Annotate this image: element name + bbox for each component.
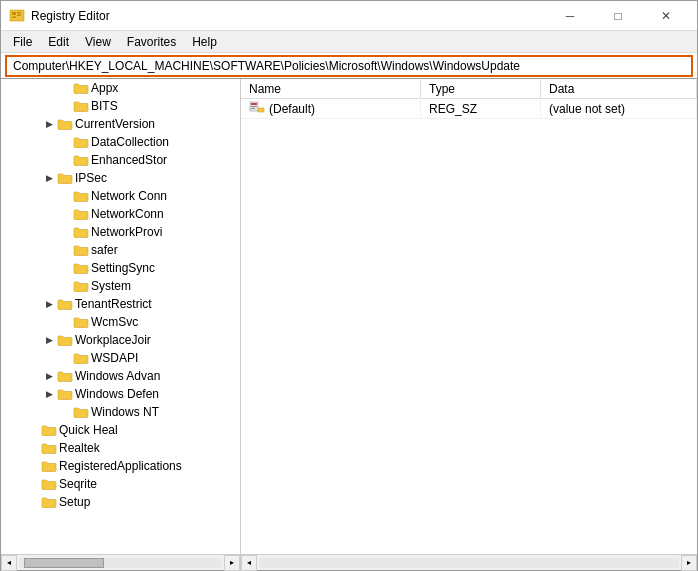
tree-item-label: Windows NT <box>91 405 159 419</box>
tree-item-label: Windows Advan <box>75 369 160 383</box>
folder-icon <box>57 368 73 384</box>
col-header-name: Name <box>241 80 421 98</box>
expand-icon[interactable] <box>25 422 41 438</box>
folder-icon <box>41 440 57 456</box>
tree-item[interactable]: safer <box>1 241 240 259</box>
col-header-data: Data <box>541 80 697 98</box>
expand-icon[interactable] <box>25 458 41 474</box>
tree-item-label: NetworkProvi <box>91 225 162 239</box>
tree-item[interactable]: ▶ Windows Defen <box>1 385 240 403</box>
expand-icon[interactable]: ▶ <box>41 368 57 384</box>
tree-item[interactable]: SettingSync <box>1 259 240 277</box>
menu-view[interactable]: View <box>77 33 119 51</box>
tree-item-label: RegisteredApplications <box>59 459 182 473</box>
scroll-left-button[interactable]: ◂ <box>1 555 17 571</box>
expand-icon[interactable]: ▶ <box>41 116 57 132</box>
scroll-right-button[interactable]: ▸ <box>224 555 240 571</box>
expand-icon[interactable]: ▶ <box>41 386 57 402</box>
expand-icon[interactable]: ▶ <box>41 332 57 348</box>
value-icon <box>249 100 265 117</box>
folder-icon <box>73 404 89 420</box>
menu-help[interactable]: Help <box>184 33 225 51</box>
folder-icon <box>73 98 89 114</box>
folder-icon <box>57 332 73 348</box>
tree-item[interactable]: Windows NT <box>1 403 240 421</box>
tree-item[interactable]: Realtek <box>1 439 240 457</box>
expand-icon[interactable] <box>57 260 73 276</box>
folder-icon <box>41 422 57 438</box>
tree-item[interactable]: RegisteredApplications <box>1 457 240 475</box>
expand-icon[interactable] <box>57 188 73 204</box>
expand-icon[interactable] <box>57 134 73 150</box>
tree-item[interactable]: ▶ WorkplaceJoir <box>1 331 240 349</box>
menu-edit[interactable]: Edit <box>40 33 77 51</box>
tree-item[interactable]: BITS <box>1 97 240 115</box>
tree-item[interactable]: ▶ CurrentVersion <box>1 115 240 133</box>
tree-item-label: Quick Heal <box>59 423 118 437</box>
expand-icon[interactable] <box>57 152 73 168</box>
expand-icon[interactable]: ▶ <box>41 170 57 186</box>
close-button[interactable]: ✕ <box>643 2 689 30</box>
tree-item[interactable]: Setup <box>1 493 240 511</box>
table-row[interactable]: (Default)REG_SZ(value not set) <box>241 99 697 119</box>
scroll-left2-button[interactable]: ◂ <box>241 555 257 571</box>
left-hscroll-track[interactable] <box>19 558 222 568</box>
folder-icon <box>73 242 89 258</box>
tree-item[interactable]: Seqrite <box>1 475 240 493</box>
maximize-button[interactable]: □ <box>595 2 641 30</box>
expand-icon[interactable] <box>57 242 73 258</box>
tree-item[interactable]: EnhancedStor <box>1 151 240 169</box>
col-header-type: Type <box>421 80 541 98</box>
expand-icon[interactable] <box>25 476 41 492</box>
tree-item[interactable]: WcmSvc <box>1 313 240 331</box>
tree-item[interactable]: Appx <box>1 79 240 97</box>
expand-icon[interactable] <box>57 224 73 240</box>
app-icon <box>9 8 25 24</box>
cell-type: REG_SZ <box>421 100 541 118</box>
right-hscroll-track[interactable] <box>259 558 679 568</box>
folder-icon <box>73 260 89 276</box>
tree-item[interactable]: ▶ IPSec <box>1 169 240 187</box>
tree-pane[interactable]: Appx BITS▶ CurrentVersion DataCollection… <box>1 79 241 554</box>
tree-item[interactable]: System <box>1 277 240 295</box>
expand-icon[interactable]: ▶ <box>41 296 57 312</box>
minimize-button[interactable]: ─ <box>547 2 593 30</box>
scrollbar-area: ◂ ▸ ◂ ▸ <box>1 554 697 570</box>
expand-icon[interactable] <box>25 494 41 510</box>
expand-icon[interactable] <box>57 206 73 222</box>
tree-item[interactable]: ▶ Windows Advan <box>1 367 240 385</box>
svg-rect-9 <box>258 108 264 112</box>
tree-item-label: Realtek <box>59 441 100 455</box>
tree-item-label: CurrentVersion <box>75 117 155 131</box>
svg-rect-1 <box>12 12 16 15</box>
right-scroll-area: ◂ ▸ <box>241 555 697 571</box>
expand-icon[interactable] <box>57 278 73 294</box>
tree-item[interactable]: WSDAPI <box>1 349 240 367</box>
address-input[interactable] <box>5 55 693 77</box>
menu-file[interactable]: File <box>5 33 40 51</box>
tree-item[interactable]: NetworkConn <box>1 205 240 223</box>
expand-icon[interactable] <box>57 314 73 330</box>
folder-icon <box>73 152 89 168</box>
tree-item[interactable]: Quick Heal <box>1 421 240 439</box>
window-title: Registry Editor <box>31 9 110 23</box>
tree-item-label: Network Conn <box>91 189 167 203</box>
expand-icon[interactable] <box>57 98 73 114</box>
detail-pane: Name Type Data (Default)REG_SZ(value not… <box>241 79 697 554</box>
tree-item[interactable]: DataCollection <box>1 133 240 151</box>
value-name: (Default) <box>269 102 315 116</box>
tree-item[interactable]: Network Conn <box>1 187 240 205</box>
tree-item[interactable]: NetworkProvi <box>1 223 240 241</box>
expand-icon[interactable] <box>57 350 73 366</box>
expand-icon[interactable] <box>57 404 73 420</box>
menu-favorites[interactable]: Favorites <box>119 33 184 51</box>
expand-icon[interactable] <box>25 440 41 456</box>
svg-rect-2 <box>17 12 21 14</box>
title-controls: ─ □ ✕ <box>547 2 689 30</box>
title-bar: Registry Editor ─ □ ✕ <box>1 1 697 31</box>
tree-item[interactable]: ▶ TenantRestrict <box>1 295 240 313</box>
tree-item-label: IPSec <box>75 171 107 185</box>
title-left: Registry Editor <box>9 8 110 24</box>
scroll-right2-button[interactable]: ▸ <box>681 555 697 571</box>
expand-icon[interactable] <box>57 80 73 96</box>
